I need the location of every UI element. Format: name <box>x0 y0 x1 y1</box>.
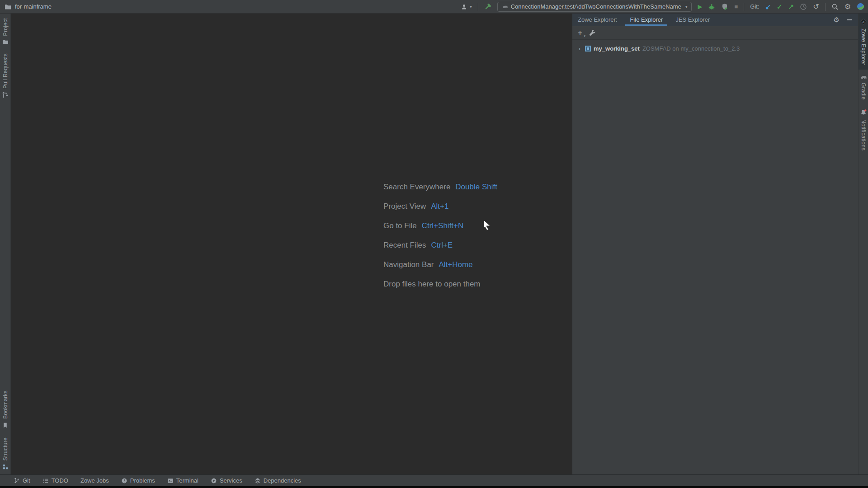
tool-button-services[interactable]: Services <box>211 477 242 484</box>
dropdown-caret-icon: ▾ <box>470 5 472 9</box>
rollback-icon[interactable]: ↺ <box>813 3 819 10</box>
tool-button-problems[interactable]: Problems <box>121 477 155 484</box>
structure-tool-label: Structure <box>2 437 9 460</box>
working-set-tree-row[interactable]: › my_working_set ZOSMFAD on my_connectio… <box>572 42 858 54</box>
tool-button-zowe-explorer[interactable]: Z Zowe Explorer <box>859 14 868 70</box>
title-bar-left: for-mainframe <box>0 3 52 10</box>
tool-button-gradle[interactable]: Gradle <box>859 70 868 104</box>
debug-bug-icon[interactable] <box>708 3 715 10</box>
shortcut-row: Navigation Bar Alt+Home <box>383 255 497 274</box>
shortcut-keys: Alt+Home <box>439 260 473 269</box>
bookmark-icon <box>2 422 8 428</box>
tool-button-notifications[interactable]: Notifications <box>859 104 868 155</box>
add-caret-icon: ▾ <box>584 34 585 38</box>
bottom-tool-bar: Git TODO Zowe Jobs Problems Terminal Ser… <box>0 474 868 486</box>
shortcut-keys: Ctrl+Shift+N <box>422 221 464 230</box>
git-update-icon[interactable]: ↙ <box>765 3 771 10</box>
tool-button-bookmarks[interactable]: Bookmarks <box>0 386 10 433</box>
left-stripe-bottom: Bookmarks Structure <box>0 386 10 474</box>
shortcut-row: Recent Files Ctrl+E <box>383 235 497 255</box>
run-configuration-select[interactable]: ConnectionManager.testAddTwoConnectionsW… <box>497 2 692 12</box>
stop-button: ■ <box>734 4 738 9</box>
svg-text:Z: Z <box>862 20 864 24</box>
tool-button-project[interactable]: Project <box>0 14 10 49</box>
panel-header-actions: ⚙ <box>834 14 858 26</box>
hide-panel-icon[interactable] <box>847 19 852 20</box>
gradle-tool-label: Gradle <box>860 83 867 100</box>
problems-tool-label: Problems <box>130 477 155 484</box>
tool-button-dependencies[interactable]: Dependencies <box>255 477 301 484</box>
zowe-z-icon: Z <box>860 18 867 25</box>
shortcut-label: Search Everywhere <box>383 183 450 192</box>
ide-window: for-mainframe ▾ ConnectionManager.testAd… <box>0 0 868 488</box>
editor-area[interactable]: Search Everywhere Double Shift Project V… <box>11 14 572 474</box>
zowe-panel-header: Zowe Explorer: File Explorer JES Explore… <box>572 14 858 26</box>
bottom-edge <box>0 486 868 488</box>
add-working-set-button[interactable]: +▾ <box>578 29 582 37</box>
todo-list-icon <box>42 478 49 484</box>
editor-shortcut-hints: Search Everywhere Double Shift Project V… <box>383 177 497 294</box>
notifications-tool-label: Notifications <box>860 119 867 150</box>
problems-icon <box>121 478 127 484</box>
toolbar-separator <box>478 3 478 11</box>
project-folder-icon <box>5 4 11 9</box>
bookmarks-tool-label: Bookmarks <box>2 390 9 419</box>
tool-button-zowe-jobs[interactable]: Zowe Jobs <box>80 477 109 484</box>
shortcut-label: Go to File <box>383 221 417 230</box>
folder-icon <box>2 39 9 44</box>
dependencies-layers-icon <box>255 478 261 484</box>
right-tool-stripe: Z Zowe Explorer Gradle Notifications <box>858 14 868 474</box>
tool-button-todo[interactable]: TODO <box>42 477 68 484</box>
pull-request-icon <box>2 92 9 99</box>
tool-button-git[interactable]: Git <box>14 477 30 484</box>
git-commit-icon[interactable]: ✓ <box>777 3 783 10</box>
git-branch-icon <box>14 477 20 484</box>
main-area: Project Pull Requests Bookmarks Structur… <box>0 14 868 474</box>
ide-sphere-icon[interactable] <box>857 3 864 10</box>
services-icon <box>211 478 217 484</box>
gradle-task-icon <box>502 4 508 9</box>
toolbar-separator <box>744 3 744 11</box>
left-stripe-top: Project Pull Requests <box>0 14 10 103</box>
run-configuration-name: ConnectionManager.testAddTwoConnectionsW… <box>511 3 681 10</box>
zowe-panel-toolbar: +▾ <box>572 26 858 40</box>
settings-gear-icon[interactable]: ⚙ <box>844 3 851 10</box>
working-set-icon <box>585 46 591 52</box>
tab-jes-explorer[interactable]: JES Explorer <box>669 14 716 26</box>
drop-hint-row: Drop files here to open them <box>383 274 497 294</box>
tool-button-pull-requests[interactable]: Pull Requests <box>0 49 10 103</box>
tool-button-structure[interactable]: Structure <box>0 433 10 474</box>
code-with-me-users-icon[interactable]: ▾ <box>461 3 472 10</box>
search-everywhere-icon[interactable] <box>831 3 839 10</box>
zowe-explorer-panel: Zowe Explorer: File Explorer JES Explore… <box>572 14 858 474</box>
file-explorer-tree: › my_working_set ZOSMFAD on my_connectio… <box>572 40 858 54</box>
run-button[interactable]: ▶ <box>698 4 702 9</box>
title-bar: for-mainframe ▾ ConnectionManager.testAd… <box>0 0 868 14</box>
todo-tool-label: TODO <box>52 477 68 484</box>
gradle-elephant-icon <box>860 74 867 80</box>
git-tool-label: Git <box>23 477 30 484</box>
project-title: for-mainframe <box>15 3 52 10</box>
run-configuration-caret-icon: ▾ <box>685 5 688 9</box>
tab-file-explorer[interactable]: File Explorer <box>623 14 669 26</box>
structure-icon <box>2 464 9 470</box>
toolbar-separator <box>825 3 826 11</box>
shortcut-row: Go to File Ctrl+Shift+N <box>383 216 497 235</box>
git-push-icon[interactable]: ↗ <box>788 3 794 10</box>
shortcut-keys: Alt+1 <box>431 202 448 211</box>
shortcut-label: Recent Files <box>383 241 426 250</box>
history-clock-icon <box>800 3 807 10</box>
main-toolbar: ▾ ConnectionManager.testAddTwoConnection… <box>461 0 868 13</box>
services-tool-label: Services <box>220 477 242 484</box>
expand-chevron-icon[interactable]: › <box>577 45 582 52</box>
panel-settings-gear-icon[interactable]: ⚙ <box>834 16 840 23</box>
edit-wrench-icon[interactable] <box>589 29 595 36</box>
build-hammer-icon[interactable] <box>484 3 491 10</box>
tool-button-terminal[interactable]: Terminal <box>167 477 198 484</box>
drop-files-hint: Drop files here to open them <box>383 280 481 289</box>
panel-title: Zowe Explorer: <box>572 14 623 26</box>
run-with-coverage-icon[interactable] <box>721 3 728 10</box>
panel-header-spacer <box>716 14 833 26</box>
working-set-name: my_working_set <box>594 45 640 52</box>
mouse-cursor <box>483 220 493 230</box>
